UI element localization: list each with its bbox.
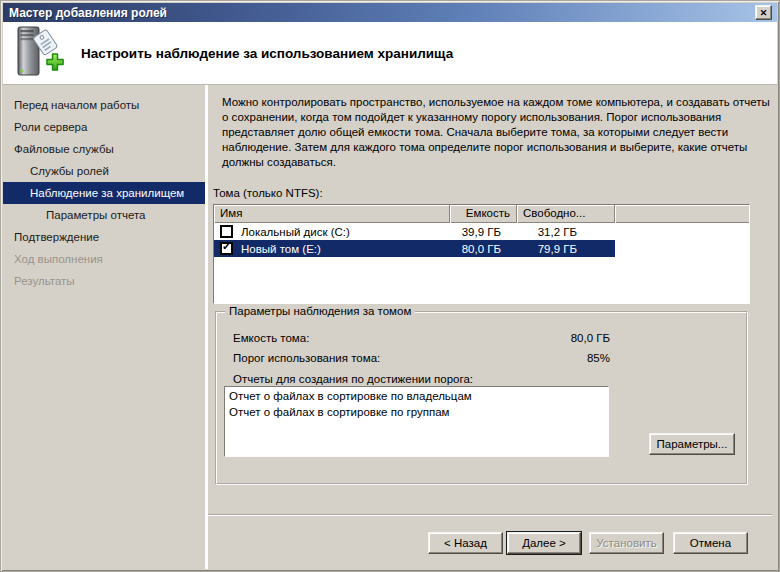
column-header-name[interactable]: Имя bbox=[214, 205, 450, 223]
reports-label: Отчеты для создания по достижении порога… bbox=[233, 373, 473, 385]
table-row-volume-c[interactable]: Локальный диск (C:) 39,9 ГБ 31,2 ГБ bbox=[214, 223, 749, 240]
page-title: Настроить наблюдение за использованием х… bbox=[81, 46, 453, 61]
volumes-label: Тома (только NTFS): bbox=[213, 187, 323, 199]
table-row-volume-e[interactable]: ✓ Новый том (E:) 80,0 ГБ 79,9 ГБ bbox=[214, 240, 749, 257]
sidebar-item-progress: Ход выполнения bbox=[3, 248, 205, 270]
sidebar-item-file-services[interactable]: Файловые службы bbox=[3, 138, 205, 160]
footer-separator bbox=[208, 514, 772, 516]
volume-monitoring-groupbox: Параметры наблюдения за томом Емкость то… bbox=[215, 311, 748, 485]
close-button[interactable]: ✕ bbox=[755, 5, 772, 20]
options-button[interactable]: Параметры... bbox=[649, 433, 735, 455]
volume-free: 31,2 ГБ bbox=[509, 226, 607, 238]
column-header-filler bbox=[615, 205, 749, 223]
checkbox-volume-c-unchecked[interactable] bbox=[220, 225, 233, 238]
volume-free: 79,9 ГБ bbox=[509, 243, 607, 255]
server-add-icon bbox=[11, 26, 67, 82]
capacity-label: Емкость тома: bbox=[233, 332, 309, 344]
titlebar: Мастер добавления ролей ✕ bbox=[3, 3, 777, 22]
table-header: Имя Емкость Свободно... bbox=[214, 205, 749, 223]
threshold-value: 85% bbox=[587, 352, 610, 364]
volume-capacity: 39,9 ГБ bbox=[442, 226, 509, 238]
volume-capacity: 80,0 ГБ bbox=[442, 243, 509, 255]
groupbox-title: Параметры наблюдения за томом bbox=[225, 305, 415, 317]
sidebar-item-report-options[interactable]: Параметры отчета bbox=[3, 204, 205, 226]
sidebar-item-storage-monitoring[interactable]: Наблюдение за хранилищем bbox=[3, 182, 205, 204]
wizard-steps-sidebar: Перед началом работы Роли сервера Файлов… bbox=[3, 85, 205, 515]
sidebar-item-before-you-begin[interactable]: Перед началом работы bbox=[3, 94, 205, 116]
volumes-table: Имя Емкость Свободно... Локальный диск (… bbox=[213, 204, 750, 304]
report-item[interactable]: Отчет о файлах в сортировке по группам bbox=[225, 404, 608, 420]
window-title: Мастер добавления ролей bbox=[3, 6, 167, 20]
cancel-button[interactable]: Отмена bbox=[673, 532, 748, 554]
back-button[interactable]: < Назад bbox=[428, 532, 503, 554]
column-header-free[interactable]: Свободно... bbox=[517, 205, 615, 223]
sidebar-item-results: Результаты bbox=[3, 270, 205, 292]
wizard-header: Настроить наблюдение за использованием х… bbox=[3, 22, 777, 85]
next-button[interactable]: Далее > bbox=[507, 532, 581, 554]
threshold-label: Порог использования тома: bbox=[233, 352, 380, 364]
checkbox-volume-e-checked[interactable]: ✓ bbox=[220, 242, 233, 255]
column-header-capacity[interactable]: Емкость bbox=[450, 205, 517, 223]
close-icon: ✕ bbox=[760, 8, 768, 18]
wizard-window: Мастер добавления ролей ✕ bbox=[0, 0, 780, 572]
page-description: Можно контролировать пространство, испол… bbox=[222, 95, 774, 170]
check-icon: ✓ bbox=[222, 240, 231, 253]
volume-name: Новый том (E:) bbox=[241, 243, 442, 255]
sidebar-item-server-roles[interactable]: Роли сервера bbox=[3, 116, 205, 138]
sidebar-item-role-services[interactable]: Службы ролей bbox=[3, 160, 205, 182]
reports-listbox[interactable]: Отчет о файлах в сортировке по владельца… bbox=[224, 386, 609, 457]
install-button: Установить bbox=[589, 532, 664, 554]
sidebar-divider bbox=[205, 85, 208, 569]
capacity-value: 80,0 ГБ bbox=[571, 332, 610, 344]
volume-name: Локальный диск (C:) bbox=[241, 226, 442, 238]
report-item[interactable]: Отчет о файлах в сортировке по владельца… bbox=[225, 388, 608, 404]
sidebar-item-confirmation[interactable]: Подтверждение bbox=[3, 226, 205, 248]
